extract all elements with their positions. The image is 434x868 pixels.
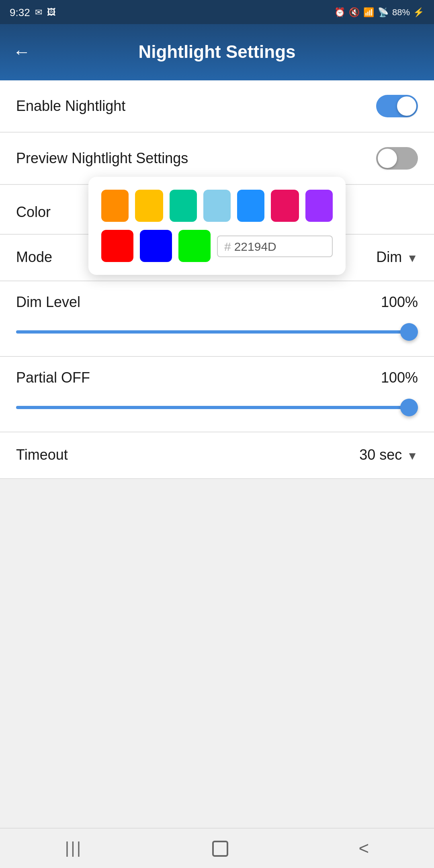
preview-nightlight-thumb (378, 149, 397, 168)
email-icon: ✉ (35, 7, 42, 17)
dim-level-section: Dim Level 100% (0, 281, 434, 357)
timeout-selector[interactable]: 30 sec ▼ (359, 447, 418, 464)
enable-nightlight-label: Enable Nightlight (16, 98, 125, 115)
back-button[interactable]: ← (13, 42, 31, 63)
recents-icon: ||| (65, 839, 82, 858)
app-bar: ← Nightlight Settings (0, 24, 434, 80)
mode-dropdown-arrow: ▼ (407, 251, 418, 264)
partial-off-slider-track[interactable] (16, 406, 418, 409)
page-title: Nightlight Settings (138, 42, 295, 63)
timeout-dropdown-arrow: ▼ (407, 449, 418, 462)
color-swatch-crimson[interactable] (271, 190, 299, 222)
preview-nightlight-label: Preview Nightlight Settings (16, 150, 188, 167)
partial-off-section: Partial OFF 100% (0, 357, 434, 432)
color-swatch-green[interactable] (178, 230, 211, 262)
timeout-label: Timeout (16, 447, 68, 464)
mode-value-text: Dim (376, 249, 402, 266)
mode-label: Mode (16, 249, 52, 266)
home-icon (213, 840, 229, 856)
partial-off-slider-wrapper (16, 399, 418, 416)
battery-text: 88% (392, 7, 410, 17)
dim-level-header: Dim Level 100% (16, 294, 418, 311)
partial-off-slider-thumb[interactable] (400, 399, 418, 416)
nav-recents-button[interactable]: ||| (46, 833, 102, 864)
enable-nightlight-toggle[interactable] (376, 95, 418, 117)
color-swatch-amber[interactable] (135, 190, 163, 222)
dim-level-slider-track[interactable] (16, 330, 418, 334)
enable-nightlight-row: Enable Nightlight (0, 80, 434, 133)
status-bar-right: ⏰ 🔇 📶 📡 88% ⚡ (334, 7, 424, 17)
timeout-value-text: 30 sec (359, 447, 402, 464)
back-icon: < (358, 838, 369, 859)
partial-off-label: Partial OFF (16, 370, 90, 387)
color-row: Color # (0, 185, 434, 235)
partial-off-header: Partial OFF 100% (16, 370, 418, 387)
color-label: Color (16, 198, 51, 221)
color-swatch-red[interactable] (101, 230, 133, 262)
dim-level-value: 100% (381, 294, 418, 311)
nav-back-button[interactable]: < (339, 831, 388, 865)
color-swatch-lightblue[interactable] (203, 190, 231, 222)
enable-nightlight-thumb (397, 96, 416, 116)
color-swatches-row2: # (101, 230, 333, 262)
dim-level-label: Dim Level (16, 294, 80, 311)
timeout-row: Timeout 30 sec ▼ (0, 432, 434, 479)
mute-icon: 🔇 (349, 7, 360, 17)
status-bar-left: 9:32 ✉ 🖼 (10, 6, 56, 18)
hex-input-wrapper: # (217, 235, 333, 257)
color-swatch-blue[interactable] (237, 190, 265, 222)
alarm-icon: ⏰ (334, 7, 346, 17)
signal-icon: 📡 (378, 7, 389, 17)
nav-home-button[interactable] (193, 834, 248, 863)
wifi-icon: 📶 (363, 7, 375, 17)
mode-selector[interactable]: Dim ▼ (376, 249, 418, 266)
status-bar: 9:32 ✉ 🖼 ⏰ 🔇 📶 📡 88% ⚡ (0, 0, 434, 24)
empty-area (0, 479, 434, 784)
status-time: 9:32 (10, 6, 30, 18)
partial-off-value: 100% (381, 370, 418, 387)
dim-level-slider-wrapper (16, 324, 418, 340)
color-swatch-purple[interactable] (305, 190, 333, 222)
color-swatches-row1 (101, 190, 333, 222)
image-icon: 🖼 (47, 7, 56, 17)
battery-icon: ⚡ (413, 7, 424, 17)
settings-content: Enable Nightlight Preview Nightlight Set… (0, 80, 434, 479)
color-swatch-teal[interactable] (169, 190, 197, 222)
color-swatch-orange[interactable] (101, 190, 129, 222)
color-picker-popup: # (88, 177, 346, 275)
hex-hash-symbol: # (224, 239, 231, 253)
dim-level-slider-thumb[interactable] (400, 323, 418, 341)
color-swatch-darkblue[interactable] (140, 230, 172, 262)
hex-color-input[interactable] (234, 239, 299, 253)
navigation-bar: ||| < (0, 828, 434, 868)
preview-nightlight-toggle[interactable] (376, 147, 418, 170)
